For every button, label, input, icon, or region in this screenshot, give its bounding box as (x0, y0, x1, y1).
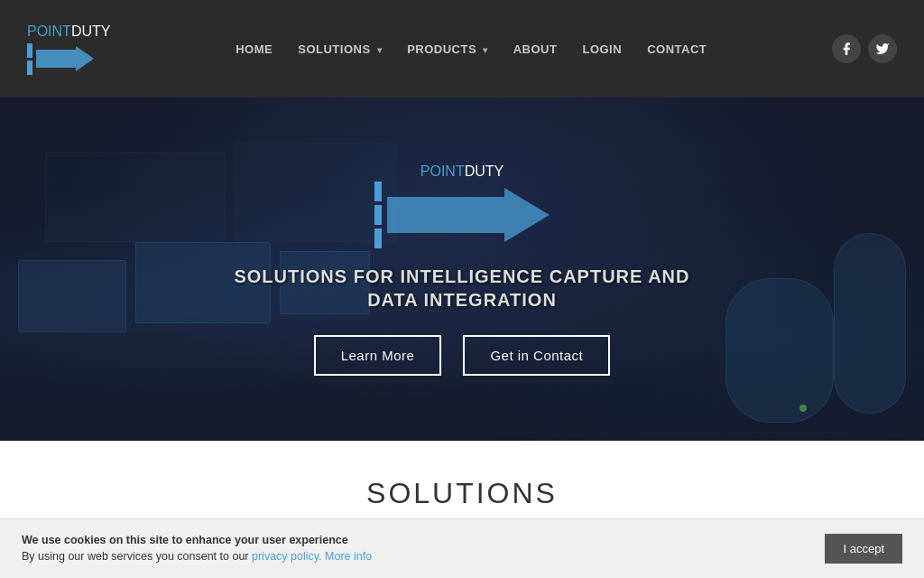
nav-home[interactable]: HOME (236, 42, 273, 56)
hero-logo-duty: DUTY (465, 163, 504, 179)
monitor-5 (834, 233, 906, 414)
monitor-1 (18, 260, 126, 332)
hero-buttons: Learn More Get in Contact (314, 335, 611, 376)
hero-logo: POINTDUTY (374, 163, 550, 248)
nav-about[interactable]: ABOUT (513, 42, 558, 56)
monitor-4 (725, 278, 834, 423)
hero-content: POINTDUTY SOLUTIONS FOR INTELLIGENCE CAP… (227, 163, 697, 376)
nav-contact[interactable]: CONTACT (647, 42, 707, 56)
social-icons (832, 34, 897, 63)
learn-more-button[interactable]: Learn More (314, 335, 442, 376)
logo-point: POINT (27, 23, 71, 39)
twitter-icon[interactable] (868, 34, 897, 63)
solutions-dropdown-arrow: ▾ (377, 45, 383, 55)
logo-duty: DUTY (71, 23, 111, 39)
cookie-banner: We use cookies on this site to enhance y… (0, 518, 924, 529)
solutions-title: SOLUTIONS (18, 477, 906, 510)
nav-solutions[interactable]: SOLUTIONS ▾ (298, 42, 382, 56)
nav-links: HOME SOLUTIONS ▾ PRODUCTS ▾ ABOUT LOGIN … (236, 41, 707, 57)
svg-marker-0 (36, 46, 94, 71)
logo-arrow-icon (36, 46, 94, 71)
nav-login[interactable]: LOGIN (582, 42, 622, 56)
nav-products[interactable]: PRODUCTS ▾ (407, 42, 488, 56)
monitor-bg-1 (45, 152, 226, 242)
solutions-section: SOLUTIONS (0, 441, 924, 528)
logo[interactable]: POINTDUTY (27, 23, 110, 75)
get-in-contact-button[interactable]: Get in Contact (463, 335, 610, 376)
svg-marker-1 (387, 188, 550, 242)
navbar: POINTDUTY HOME SOLUTIONS ▾ PRODUCTS ▾ AB… (0, 0, 924, 98)
facebook-icon[interactable] (832, 34, 861, 63)
products-dropdown-arrow: ▾ (483, 45, 488, 55)
hero-section: POINTDUTY SOLUTIONS FOR INTELLIGENCE CAP… (0, 98, 924, 441)
status-dot (799, 405, 807, 412)
hero-tagline: SOLUTIONS FOR INTELLIGENCE CAPTURE AND D… (227, 265, 697, 312)
hero-arrow-icon (387, 188, 550, 242)
hero-logo-point: POINT (420, 163, 465, 179)
